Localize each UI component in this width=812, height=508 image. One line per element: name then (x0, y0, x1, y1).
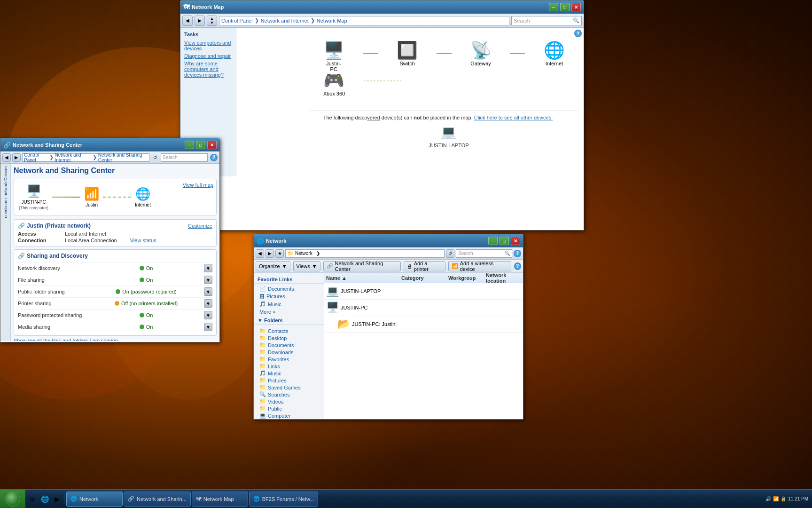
net-item-shared-folder[interactable]: 📂 JUSTIN-PC: Justin: (324, 316, 523, 333)
tree-music[interactable]: 🎵Music (254, 370, 324, 377)
fs-expand-button[interactable]: ▼ (204, 276, 212, 284)
net-item-justin-pc[interactable]: 🖥️ JUSTIN-PC (324, 300, 523, 316)
network-map-maximize-button[interactable]: □ (560, 3, 570, 11)
view-computers-link[interactable]: View computers and devices (184, 40, 232, 51)
customize-link[interactable]: Customize (188, 223, 212, 229)
nm-device-justin-pc[interactable]: 🖥️ Justin-PC (323, 42, 344, 72)
tree-saved-games[interactable]: 📁Saved Games (254, 384, 324, 391)
nsc-crumb-1[interactable]: Control Panel (24, 152, 48, 163)
col-name-header[interactable]: Name ▲ (326, 275, 401, 281)
net-search-input[interactable]: Search 🔍 (456, 249, 512, 258)
tree-contacts[interactable]: 📁Contacts (254, 327, 324, 334)
network-map-minimize-button[interactable]: ─ (549, 3, 558, 11)
sidebar-network[interactable]: r network (3, 182, 8, 199)
sidebar-devices[interactable]: Devices (3, 166, 8, 181)
tree-computer[interactable]: 💻Computer (254, 412, 324, 419)
nsc-help-button[interactable]: ? (210, 154, 218, 161)
net-toolbar-help[interactable]: ? (514, 262, 521, 270)
col-location-header[interactable]: Network location (486, 272, 521, 284)
nm-search-input[interactable]: Search 🔍 (511, 16, 582, 25)
nsc-map-device-router[interactable]: 📶 Justin (84, 187, 99, 207)
sidebar-documents[interactable]: 📄Documents (254, 285, 324, 293)
network-tray-icon[interactable]: 📶 (773, 496, 779, 501)
net-refresh-button[interactable]: ↺ (446, 249, 454, 258)
diagnose-repair-link[interactable]: Diagnose and repair (184, 53, 232, 59)
volume-icon[interactable]: 🔊 (765, 496, 771, 501)
add-wireless-button[interactable]: 📶 Add a wireless device (448, 261, 511, 271)
nsc-forward-button[interactable]: ▶ (12, 153, 21, 162)
nm-device-switch[interactable]: 🔲 Switch (397, 42, 418, 66)
tree-searches[interactable]: 🔍Searches (254, 391, 324, 398)
views-button[interactable]: Views ▼ (293, 261, 320, 271)
nd-expand-button[interactable]: ▼ (204, 264, 212, 272)
taskbar-item-nsc[interactable]: 🔗 Network and Sharin... (124, 492, 191, 507)
taskbar-item-network[interactable]: 🌐 Network (66, 492, 123, 507)
tree-desktop[interactable]: 📁Desktop (254, 334, 324, 341)
security-icon[interactable]: 🔒 (781, 496, 786, 501)
net-help-button[interactable]: ? (514, 250, 521, 257)
show-files-link[interactable]: Show me all the files and folders I am s… (14, 338, 217, 341)
net-maximize-button[interactable]: □ (500, 237, 509, 245)
nsc-map-device-internet[interactable]: 🌐 Internet (135, 187, 151, 207)
nm-device-gateway[interactable]: 📡 Gateway (470, 42, 492, 66)
view-status-link[interactable]: View status (130, 238, 156, 243)
taskbar-clock[interactable]: 11:21 PM (788, 496, 808, 501)
add-printer-button[interactable]: 🖨 Add a printer (404, 261, 445, 271)
net-address-field[interactable]: 📁 Network ❯ (285, 249, 445, 258)
organize-button[interactable]: Organize ▼ (256, 261, 290, 271)
col-workgroup-header[interactable]: Workgroup (448, 275, 486, 281)
tree-downloads[interactable]: 📁Downloads (254, 349, 324, 356)
tree-pictures[interactable]: 📁Pictures (254, 377, 324, 384)
sidebar-connections[interactable]: nnections (3, 200, 8, 218)
breadcrumb-network-internet[interactable]: Network and Internet (261, 18, 309, 24)
net-close-button[interactable]: ✕ (511, 237, 520, 245)
tree-favorites[interactable]: 📁Favorites (254, 356, 324, 363)
net-back-button[interactable]: ◀ (256, 249, 264, 258)
nsc-maximize-button[interactable]: □ (196, 141, 205, 149)
network-map-close-button[interactable]: ✕ (571, 3, 581, 11)
network-sharing-center-button[interactable]: 🔗 Network and Sharing Center (323, 261, 401, 271)
ie-button[interactable]: 🌐 (39, 494, 50, 504)
tree-videos[interactable]: 📁Videos (254, 398, 324, 405)
nsc-close-button[interactable]: ✕ (207, 141, 217, 149)
address-field[interactable]: Control Panel ❯ Network and Internet ❯ N… (219, 16, 509, 25)
forward-button[interactable]: ▶ (195, 16, 205, 26)
pf-expand-button[interactable]: ▼ (204, 287, 212, 296)
pp-expand-button[interactable]: ▼ (204, 311, 212, 319)
see-all-devices-link[interactable]: Click here to see all other devices. (474, 115, 553, 120)
back-button[interactable]: ◀ (182, 16, 193, 26)
tree-documents[interactable]: 📁Documents (254, 341, 324, 349)
net-forward-button[interactable]: ▶ (265, 249, 274, 258)
net-minimize-button[interactable]: ─ (488, 237, 498, 245)
start-button[interactable] (0, 490, 25, 508)
taskbar-item-bf2s[interactable]: 🌐 BF2S Forums / Netw... (249, 492, 319, 507)
nm-device-internet[interactable]: 🌐 Internet (544, 42, 565, 66)
nm-bottom-device-laptop[interactable]: 💻 JUSTIN-LAPTOP (333, 124, 565, 148)
ps-expand-button[interactable]: ▼ (204, 299, 212, 308)
nsc-search-input[interactable]: Search (161, 153, 208, 162)
sidebar-music[interactable]: 🎵Music (254, 300, 324, 308)
net-favorites-button[interactable]: ★ (275, 249, 284, 258)
nsc-map-device-justin-pc[interactable]: 🖥️ JUSTIN-PC (This computer) (19, 184, 48, 210)
col-category-header[interactable]: Category (401, 275, 448, 281)
nsc-refresh-button[interactable]: ↺ (151, 153, 159, 162)
tree-links[interactable]: 📁Links (254, 363, 324, 370)
nsc-address-field[interactable]: Control Panel ❯ Network and Internet ❯ N… (22, 153, 149, 162)
folders-expand-icon[interactable]: ▼ (258, 318, 263, 323)
why-missing-link[interactable]: Why are some computers and devices missi… (184, 61, 232, 78)
up-button[interactable]: ▲▼ (207, 16, 217, 26)
nsc-back-button[interactable]: ◀ (2, 153, 11, 162)
net-item-justin-laptop[interactable]: 💻 JUSTIN-LAPTOP (324, 283, 523, 300)
sidebar-more[interactable]: More » (254, 308, 324, 316)
ms-expand-button[interactable]: ▼ (204, 323, 212, 331)
nsc-crumb-2[interactable]: Network and Internet (55, 152, 91, 163)
nsc-minimize-button[interactable]: ─ (185, 141, 194, 149)
media-player-button[interactable]: ▶ (52, 494, 62, 504)
breadcrumb-network-map[interactable]: Network Map (317, 18, 347, 24)
sidebar-pictures[interactable]: 🖼Pictures (254, 293, 324, 300)
show-desktop-button[interactable]: 🖥 (27, 494, 38, 504)
nsc-crumb-3[interactable]: Network and Sharing Center (98, 152, 148, 163)
taskbar-item-nm[interactable]: 🗺 Network Map (192, 492, 248, 507)
tree-public[interactable]: 📁Public (254, 405, 324, 412)
breadcrumb-control-panel[interactable]: Control Panel (221, 18, 253, 24)
